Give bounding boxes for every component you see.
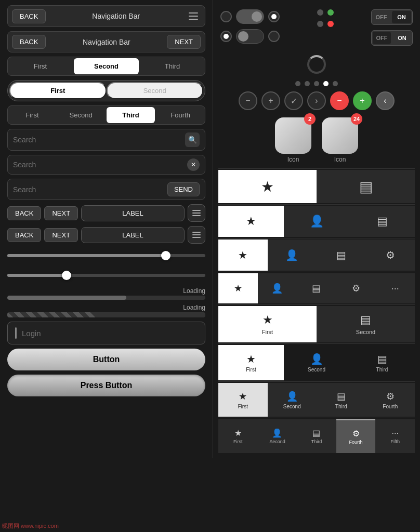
tab-labeled-star-1[interactable]: ★ First <box>218 306 317 342</box>
close-icon-1[interactable]: ✕ <box>187 158 200 171</box>
menu-icon-1[interactable] <box>186 9 201 23</box>
tab-star-1[interactable]: ★ <box>218 170 317 203</box>
radio-btn-3[interactable] <box>220 31 232 42</box>
login-input[interactable] <box>22 329 121 338</box>
radio-btn-4[interactable] <box>268 31 280 42</box>
labeled-gear-icon-4: ⚙ <box>352 429 360 438</box>
dot-1[interactable] <box>295 81 300 86</box>
search-input-1[interactable] <box>13 136 181 144</box>
dot-3[interactable] <box>314 81 319 86</box>
action-minus-red[interactable]: − <box>330 91 349 110</box>
toggle-switch-2[interactable] <box>236 29 264 44</box>
back-button-2[interactable]: BACK <box>12 35 46 49</box>
tab-labeled-inbox-3[interactable]: ▤ Third <box>317 383 366 417</box>
radio-btn-2[interactable] <box>268 11 280 22</box>
labeled-tab-label-second-2: Second <box>308 367 325 373</box>
next-button-3[interactable]: NEXT <box>44 228 78 242</box>
tab-bar-labeled-3: ★ First 👤 Second ▤ Third <box>218 345 415 380</box>
tab-labeled-star-2[interactable]: ★ First <box>218 345 284 380</box>
press-button[interactable]: Press Button <box>7 375 205 396</box>
toggle-switch-1[interactable] <box>236 9 264 24</box>
app-badge-2: 24 <box>351 113 362 125</box>
inbox-icon-1: ▤ <box>359 178 373 195</box>
search-bar-2: ✕ <box>7 155 205 175</box>
dot-2[interactable] <box>305 81 310 86</box>
tab-labeled-gear-4[interactable]: ⚙ Fourth <box>336 419 376 453</box>
person-icon-2: 👤 <box>310 215 324 228</box>
tab-star-4[interactable]: ★ <box>218 273 258 303</box>
pagination-dots <box>218 79 415 88</box>
back-button-3[interactable]: BACK <box>7 206 41 220</box>
labeled-tab-label-second-4: Second <box>269 439 285 444</box>
action-plus-1[interactable]: + <box>261 91 280 110</box>
tab-labeled-more-4[interactable]: ··· Fifth <box>375 419 415 453</box>
app-icon-label-1: Icon <box>287 156 299 163</box>
app-icon-2[interactable]: 24 <box>322 117 358 154</box>
label-button-2[interactable]: LABEL <box>81 227 185 243</box>
action-minus-1[interactable]: − <box>239 91 257 110</box>
seg3-second[interactable]: Second <box>57 106 106 124</box>
main-button[interactable]: Button <box>7 349 205 370</box>
seg1-first[interactable]: First <box>8 57 73 75</box>
tab-labeled-person-2[interactable]: 👤 Second <box>284 345 349 380</box>
dot-4[interactable] <box>323 81 329 86</box>
send-button[interactable]: SEND <box>167 182 200 196</box>
tab-gear-3[interactable]: ⚙ <box>366 240 415 271</box>
tab-labeled-inbox-1[interactable]: ▤ Second <box>317 306 415 342</box>
labeled-star-icon-2: ★ <box>246 353 256 365</box>
seg1-second[interactable]: Second <box>74 58 139 74</box>
inbox-icon-2: ▤ <box>377 215 388 228</box>
search-icon-1[interactable]: 🔍 <box>185 132 200 147</box>
action-arrow-right[interactable]: › <box>307 91 326 110</box>
tab-inbox-4[interactable]: ▤ <box>297 273 336 303</box>
onoff-toggle-2[interactable]: OFF ON <box>371 30 413 46</box>
seg3-third[interactable]: Third <box>107 107 155 123</box>
tab-labeled-person-3[interactable]: 👤 Second <box>268 383 317 417</box>
tab-bar-labeled-4: ★ First 👤 Second ▤ Third ⚙ Fourth <box>218 383 415 417</box>
tab-inbox-3[interactable]: ▤ <box>317 240 366 271</box>
seg3-first[interactable]: First <box>8 106 57 124</box>
label-button-1[interactable]: LABEL <box>81 205 185 221</box>
onoff-toggle-1[interactable]: OFF ON <box>371 9 413 25</box>
labeled-tab-label-fourth-4: Fourth <box>349 440 363 445</box>
back-button-1[interactable]: BACK <box>12 9 46 23</box>
tab-gear-4[interactable]: ⚙ <box>336 273 376 303</box>
menu-icon-btn-1[interactable] <box>188 204 205 222</box>
dot-5[interactable] <box>333 81 338 86</box>
next-button-1[interactable]: NEXT <box>167 35 201 49</box>
tab-more-4[interactable]: ··· <box>375 273 415 303</box>
tab-bar-labeled-2: ★ First ▤ Second <box>218 306 415 342</box>
tab-person-2[interactable]: 👤 <box>284 206 349 237</box>
tab-labeled-gear-3[interactable]: ⚙ Fourth <box>366 383 415 417</box>
slider-1[interactable] <box>7 248 205 263</box>
action-plus-green[interactable]: + <box>353 91 372 110</box>
tab-labeled-star-4[interactable]: ★ First <box>218 419 258 453</box>
tab-labeled-inbox-4[interactable]: ▤ Third <box>297 419 336 453</box>
tab-inbox-1[interactable]: ▤ <box>317 170 415 203</box>
action-arrow-left[interactable]: ‹ <box>376 91 395 110</box>
tab-person-4[interactable]: 👤 <box>258 273 297 303</box>
slider-2[interactable] <box>7 268 205 283</box>
search-input-3[interactable] <box>13 185 163 194</box>
seg3-fourth[interactable]: Fourth <box>156 106 205 124</box>
indicator-dot-3 <box>317 21 323 27</box>
seg1-third[interactable]: Third <box>140 57 205 75</box>
tab-labeled-person-4[interactable]: 👤 Second <box>258 419 297 453</box>
tab-labeled-inbox-2[interactable]: ▤ Third <box>349 345 415 380</box>
back-button-4[interactable]: BACK <box>7 228 41 242</box>
seg2-first[interactable]: First <box>9 82 107 99</box>
tab-star-2[interactable]: ★ <box>218 206 284 237</box>
watermark: 昵图网 www.nipic.com <box>2 522 59 530</box>
menu-icon-btn-2[interactable] <box>188 226 205 244</box>
action-check[interactable]: ✓ <box>284 91 303 110</box>
app-icon-1[interactable]: 2 <box>275 117 311 154</box>
radio-btn-1[interactable] <box>220 11 232 22</box>
tab-labeled-star-3[interactable]: ★ First <box>218 383 268 417</box>
tab-star-3[interactable]: ★ <box>218 240 268 271</box>
tab-inbox-2[interactable]: ▤ <box>349 206 415 237</box>
next-button-2[interactable]: NEXT <box>44 206 78 220</box>
segment-control-3: First Second Third Fourth <box>7 105 205 125</box>
seg2-second[interactable]: Second <box>107 82 204 99</box>
tab-person-3[interactable]: 👤 <box>268 240 317 271</box>
search-input-2[interactable] <box>13 161 183 169</box>
